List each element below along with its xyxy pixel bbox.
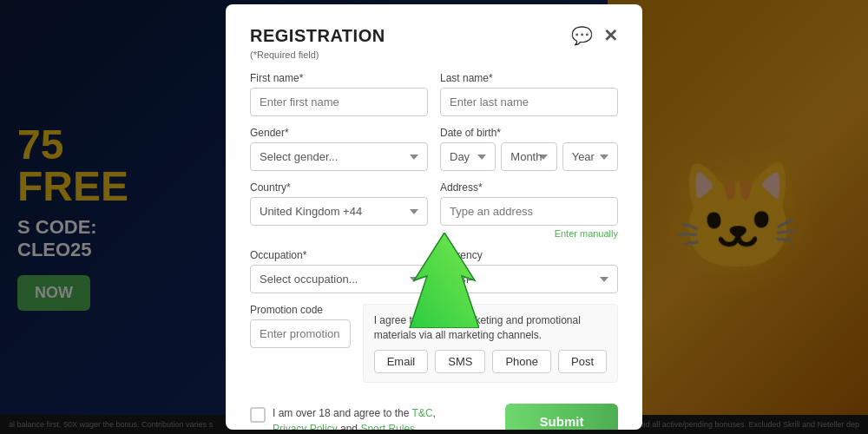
terms-row: I am over 18 and agree to the T&C, Priva…	[250, 405, 505, 430]
currency-label: Currency	[440, 249, 618, 261]
promo-label: Promotion code	[250, 304, 351, 316]
first-name-input[interactable]	[250, 88, 428, 116]
terms-sport-link[interactable]: Sport Rules	[360, 423, 415, 430]
gender-select[interactable]: Select gender... Male Female Other	[250, 142, 428, 171]
currency-select[interactable]: GBP	[440, 265, 618, 293]
dob-selects: Day Month Year	[440, 142, 618, 171]
dob-label: Date of birth*	[440, 127, 618, 139]
terms-and: and	[338, 423, 361, 430]
terms-tc-link[interactable]: T&C	[412, 407, 433, 419]
occupation-select[interactable]: Select occupation...	[250, 265, 428, 293]
name-row: First name* Last name*	[250, 72, 618, 116]
occupation-label: Occupation*	[250, 249, 428, 261]
terms-comma: ,	[433, 407, 436, 419]
currency-group: Currency GBP	[440, 249, 618, 293]
modal-header-icons: 💬 ✕	[571, 25, 618, 46]
last-name-group: Last name*	[440, 72, 618, 116]
submit-button[interactable]: Submit	[505, 404, 618, 430]
country-label: Country*	[250, 181, 428, 194]
address-input[interactable]	[440, 197, 618, 226]
required-note: (*Required field)	[250, 49, 618, 60]
gender-group: Gender* Select gender... Male Female Oth…	[250, 127, 428, 171]
gender-label: Gender*	[250, 127, 428, 139]
first-name-label: First name*	[250, 72, 428, 84]
address-group: Address* Enter manually	[440, 181, 618, 239]
dob-day-select[interactable]: Day	[440, 142, 496, 171]
dob-month-select[interactable]: Month	[501, 142, 556, 171]
address-label: Address*	[440, 181, 618, 194]
marketing-group: I agree to receive marketing and promoti…	[363, 304, 618, 393]
modal-overlay: REGISTRATION 💬 ✕ (*Required field) First…	[0, 0, 868, 434]
marketing-email-button[interactable]: Email	[374, 350, 429, 373]
country-select[interactable]: United Kingdom +44	[250, 197, 428, 226]
promo-input[interactable]	[250, 319, 351, 348]
marketing-phone-button[interactable]: Phone	[492, 350, 551, 373]
marketing-post-button[interactable]: Post	[558, 350, 607, 373]
occupation-currency-row: Occupation* Select occupation... Currenc…	[250, 249, 618, 293]
marketing-sms-button[interactable]: SMS	[435, 350, 485, 373]
marketing-buttons: Email SMS Phone Post	[374, 350, 607, 373]
footer-row: I am over 18 and agree to the T&C, Priva…	[250, 404, 618, 430]
chat-icon[interactable]: 💬	[571, 25, 593, 46]
terms-checkbox[interactable]	[250, 407, 266, 423]
dob-group: Date of birth* Day Month Year	[440, 127, 618, 171]
last-name-label: Last name*	[440, 72, 618, 84]
terms-text: I am over 18 and agree to the T&C, Priva…	[273, 405, 436, 430]
dob-year-select[interactable]: Year	[562, 142, 618, 171]
country-group: Country* United Kingdom +44	[250, 181, 428, 239]
terms-text-prefix: I am over 18 and agree to the	[273, 407, 412, 419]
terms-privacy-link[interactable]: Privacy Policy	[273, 423, 338, 430]
last-name-input[interactable]	[440, 88, 618, 116]
enter-manually-link[interactable]: Enter manually	[440, 228, 618, 239]
first-name-group: First name*	[250, 72, 428, 116]
registration-modal: REGISTRATION 💬 ✕ (*Required field) First…	[226, 4, 642, 430]
promo-marketing-row: Promotion code I agree to receive market…	[250, 304, 618, 393]
occupation-group: Occupation* Select occupation...	[250, 249, 428, 293]
modal-header: REGISTRATION 💬 ✕	[250, 25, 618, 46]
country-address-row: Country* United Kingdom +44 Address* Ent…	[250, 181, 618, 239]
marketing-section: I agree to receive marketing and promoti…	[363, 304, 618, 383]
gender-dob-row: Gender* Select gender... Male Female Oth…	[250, 127, 618, 171]
promo-group: Promotion code	[250, 304, 351, 393]
modal-title: REGISTRATION	[250, 26, 385, 46]
close-icon[interactable]: ✕	[603, 25, 618, 46]
marketing-text: I agree to receive marketing and promoti…	[374, 313, 607, 343]
